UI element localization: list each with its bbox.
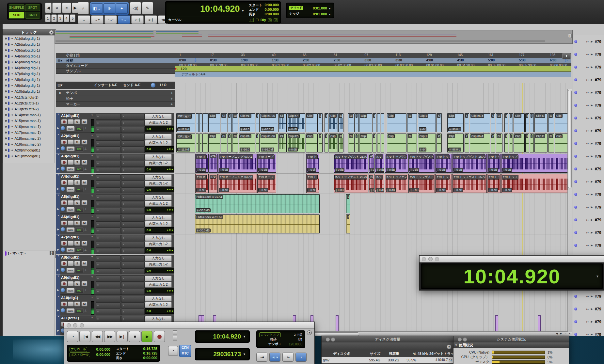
solo-button[interactable]: S	[74, 281, 80, 286]
insert-slot[interactable]	[96, 174, 120, 181]
clip-gain-label[interactable]: -96.0 dl	[261, 127, 274, 131]
insert-slot[interactable]	[96, 120, 120, 126]
automation-icon[interactable]: ⊥	[84, 147, 87, 150]
track-list-item[interactable]: ↦A11(fcts.fcts-1)	[3, 94, 55, 100]
conductor-icon[interactable]: ♆	[295, 353, 307, 362]
countoff-label[interactable]: カウント オフ	[259, 332, 281, 337]
end-value[interactable]: 0:00.000	[265, 8, 279, 12]
grabber-tool-icon[interactable]: ✦	[116, 3, 128, 14]
record-button[interactable]	[154, 331, 165, 342]
waveform-view-button[interactable]: wav	[66, 166, 75, 172]
mirror-midi-icon[interactable]: ≡·∥	[145, 15, 157, 24]
input-monitor-button[interactable]	[68, 301, 74, 307]
tab-arrow-icon[interactable]: ▾	[56, 234, 60, 237]
clip-gain-label[interactable]: 0 dB	[502, 168, 512, 172]
volume-pan-lcd[interactable]: 0.0▸ 0 ◂	[145, 187, 174, 192]
timebase-icon[interactable]: ◔	[61, 247, 65, 252]
insert-slot[interactable]	[96, 167, 120, 173]
disclosure-icon[interactable]: ▶	[591, 142, 593, 145]
audio-clip[interactable]: #79 トップゲスト0 dB	[385, 154, 408, 173]
online-button[interactable]: ◔	[67, 331, 78, 342]
start-value[interactable]: 0:00.000	[265, 3, 279, 8]
audio-clip[interactable]: Cl	[278, 134, 287, 152]
meter-label[interactable]: 拍子	[270, 337, 277, 342]
input-monitor-button[interactable]	[68, 200, 74, 205]
audio-clip[interactable]: C	[318, 113, 323, 132]
audio-clip[interactable]: Clip #1-06-96.0 dl	[260, 113, 278, 132]
track-strip-A4(dlgdl1)[interactable]: ▾A4(dlgdl1)▾SM▶◔wavred⊥入力なし内蔵出力 1-20.0▸ …	[56, 174, 174, 194]
disclosure-icon[interactable]: ▶	[591, 117, 593, 119]
ruler-values-bars[interactable]: 1173349658197113129145161177193	[175, 53, 571, 58]
zoom-out-button[interactable]: ◀	[45, 3, 52, 13]
input-selector[interactable]: 入力なし	[145, 316, 172, 322]
audio-clip[interactable]: C	[256, 113, 260, 132]
timebase-icon[interactable]: ◔	[61, 146, 65, 150]
send-slot[interactable]	[121, 221, 145, 228]
send-slot[interactable]	[121, 134, 145, 140]
send-slot[interactable]	[121, 174, 145, 181]
track-name[interactable]: A10(dlg1)	[61, 296, 94, 301]
add-event-icon[interactable]: +	[171, 91, 173, 95]
insert-slot[interactable]	[96, 161, 120, 167]
ruler-label-1[interactable]: ▤▾分秒	[56, 58, 175, 63]
scrubber-tool-icon[interactable]: ◁))	[130, 2, 141, 14]
send-slot[interactable]	[121, 289, 145, 295]
send-slot[interactable]	[121, 255, 145, 261]
elastic-audio-button[interactable]: red	[75, 288, 84, 293]
clip-list-item[interactable]: ↦▶#79	[573, 328, 604, 336]
t-length-value[interactable]: 0:00.000	[143, 356, 157, 360]
audio-clip[interactable]: C	[509, 134, 513, 152]
track-color-tab[interactable]: ▾	[56, 174, 60, 194]
name-dropdown-icon[interactable]: ▾	[91, 276, 93, 278]
track-list-item[interactable]: ↦A18(msc.msc-2)	[3, 135, 55, 141]
track-name[interactable]: A1(dlgdl1)	[61, 114, 94, 119]
clip-list-item[interactable]: ↦▶#79	[573, 112, 604, 124]
zoom-minus-icon[interactable]: −	[565, 332, 566, 335]
audio-clip[interactable]: C	[228, 113, 232, 132]
tab-arrow-icon[interactable]: ▾	[56, 153, 60, 156]
countoff-icon[interactable]: «♩»	[269, 353, 280, 362]
track-name[interactable]: A8(dlgdl1)	[61, 255, 94, 260]
clip-gain-label[interactable]: -9(	[419, 127, 426, 131]
timebase-icon[interactable]: ◔	[61, 268, 65, 272]
audio-clip[interactable]: C	[407, 113, 417, 132]
tracks-panel-menu-icon[interactable]: ▾	[49, 30, 54, 35]
disclosure-icon[interactable]: ▶	[591, 295, 593, 298]
transport-expand-icon[interactable]: ▾	[307, 330, 312, 335]
clip-list-item[interactable]: ↦▶#79	[573, 226, 604, 239]
clip-gain-label[interactable]: 0 dl	[370, 168, 374, 172]
close-icon[interactable]	[422, 257, 426, 261]
input-selector[interactable]: 入力なし	[145, 134, 172, 140]
elastic-audio-button[interactable]: red	[75, 146, 84, 151]
clip-gain-label[interactable]: 0 dB	[453, 188, 463, 192]
main-counter-dropdown-icon[interactable]: ▼	[241, 9, 245, 12]
disk-col-header[interactable]: 残容量	[382, 352, 401, 356]
audio-clip[interactable]: #79 トッ0 dB	[435, 154, 452, 173]
clip-gain-label[interactable]: 0 dB	[219, 168, 229, 172]
ruler-label-3[interactable]: サンプル	[56, 69, 175, 74]
clip-list-item[interactable]: ↦▶#79	[573, 163, 604, 175]
tab-arrow-icon[interactable]: ▾	[56, 315, 60, 318]
timebase-icon[interactable]: ◔	[61, 227, 65, 231]
clip-gain-label[interactable]: 0 dB	[409, 188, 419, 192]
clip-gain-label[interactable]: 0 dB	[502, 188, 512, 192]
track-color-tab[interactable]: ▾	[56, 214, 60, 234]
send-slot[interactable]	[121, 127, 145, 133]
clip-gain-label[interactable]: 0 dB	[436, 168, 446, 172]
grid-label[interactable]: グリッド	[289, 6, 303, 10]
audio-clip[interactable]: #790 dl	[369, 154, 374, 173]
disk-col-header[interactable]: %	[401, 352, 418, 356]
t-start-value[interactable]: 0:16.725	[143, 347, 157, 351]
audio-clip[interactable]: Cl	[221, 113, 227, 132]
pencil-tool-icon[interactable]: ✎	[142, 2, 153, 14]
send-slot[interactable]	[121, 248, 145, 254]
output-selector[interactable]: 内蔵出力 1-2	[145, 282, 172, 288]
send-slot[interactable]	[121, 235, 145, 241]
transport-option-2[interactable]	[173, 336, 177, 340]
audio-clip[interactable]: C	[437, 134, 442, 152]
audio-clip[interactable]: #79 トップゲスト-24.A20 dB	[408, 174, 435, 193]
playlist-arrow-icon[interactable]: ▶	[57, 127, 59, 130]
clip-gain-label[interactable]: -96.0 c	[448, 148, 461, 151]
track-list-item[interactable]: ↦A15(msc.msc-1)	[3, 118, 55, 124]
disk-col-header[interactable]: 48 kHz 24ビットトラック分	[418, 352, 453, 356]
